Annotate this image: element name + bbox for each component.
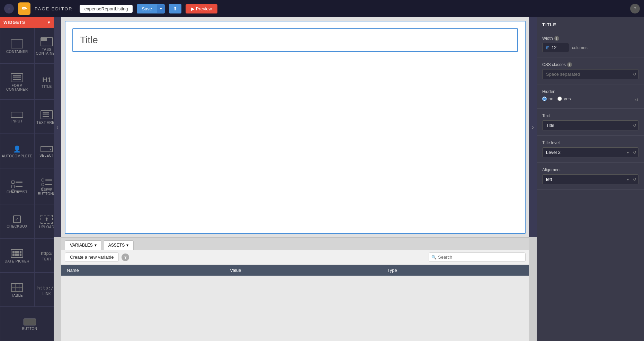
widget-text-label: TEXT: [42, 257, 52, 261]
tab-variables[interactable]: VARIABLES ▾: [65, 240, 102, 250]
text-icon: http://: [41, 251, 52, 256]
widget-text[interactable]: http:// TEXT: [34, 238, 54, 273]
widget-autocomplete[interactable]: 👤 AUTOCOMPLETE: [0, 134, 34, 168]
canvas-nav-left[interactable]: ‹: [54, 17, 61, 237]
widget-checklist-label: CHECKLIST: [7, 190, 28, 194]
widgets-header: WIDGETS ▾: [0, 17, 54, 28]
widget-select-label: SELECT: [39, 154, 54, 157]
canvas-inner: Title: [65, 21, 526, 234]
widget-radio-buttons[interactable]: RADIO BUTTONS: [34, 168, 54, 204]
prop-width-section: Width ℹ ⊞ columns: [537, 31, 644, 57]
hidden-radio-row: no yes: [542, 96, 571, 101]
widget-text-area[interactable]: TEXT AREA: [34, 100, 54, 134]
widget-textarea-label: TEXT AREA: [36, 121, 54, 125]
tab-assets-arrow: ▾: [126, 243, 128, 248]
button-icon: [24, 319, 36, 325]
col-type: Type: [382, 265, 529, 276]
title-level-select-row: Level 1 Level 2 Level 3 Level 4 Level 5 …: [542, 147, 638, 157]
widget-table-label: TABLE: [11, 294, 23, 297]
datepicker-icon: [11, 249, 23, 258]
widget-checkbox-label: CHECKBOX: [7, 224, 27, 228]
width-input[interactable]: [552, 45, 565, 50]
preview-button[interactable]: ▶ Preview: [186, 4, 217, 13]
prop-title-level-section: Title level Level 1 Level 2 Level 3 Leve…: [537, 136, 644, 163]
widget-table[interactable]: TABLE: [0, 273, 34, 307]
hidden-no-option[interactable]: no: [542, 96, 553, 101]
save-dropdown-button[interactable]: ▾: [157, 4, 165, 13]
widget-tabs-label: TABS CONTAINER: [36, 48, 54, 55]
widgets-grid: CONTAINER TABS CONTAINER FORM CONTAINER …: [0, 28, 54, 341]
canvas-wrapper: ‹ Title › VARIABLES ▾ ASSETS ▾ Create: [54, 17, 537, 341]
widget-input-label: INPUT: [11, 119, 23, 123]
container-icon: [11, 39, 23, 48]
upload-button[interactable]: ⬆: [169, 4, 181, 13]
tabs-container-icon: [41, 37, 53, 46]
bottom-panel: VARIABLES ▾ ASSETS ▾ Create a new variab…: [61, 237, 529, 341]
hidden-yes-option[interactable]: yes: [557, 96, 571, 101]
widget-title[interactable]: H1 TITLE: [34, 64, 54, 100]
input-icon: [11, 112, 23, 118]
css-classes-input[interactable]: [542, 69, 638, 79]
hidden-yes-radio[interactable]: [557, 96, 562, 101]
form-container-icon: [11, 73, 23, 82]
alignment-refresh-icon[interactable]: ↺: [633, 177, 636, 182]
css-refresh-icon[interactable]: ↺: [633, 72, 636, 77]
radio-icon: [41, 178, 53, 187]
title-widget[interactable]: Title: [72, 28, 518, 52]
alignment-select[interactable]: left center right: [542, 174, 638, 184]
tab-assets[interactable]: ASSETS ▾: [103, 240, 134, 250]
save-button[interactable]: Save: [137, 4, 157, 13]
widget-upload[interactable]: ⬆ UPLOAD: [34, 204, 54, 238]
widget-button-label: BUTTON: [22, 327, 37, 331]
widget-form-container[interactable]: FORM CONTAINER: [0, 64, 34, 100]
right-panel-title: TITLE: [537, 17, 644, 31]
widget-form-label: FORM CONTAINER: [2, 84, 33, 91]
prop-title-level-label: Title level: [542, 140, 638, 145]
width-info-icon[interactable]: ℹ: [554, 36, 559, 41]
widget-link[interactable]: http:// LINK: [34, 273, 54, 307]
search-wrapper: 🔍: [429, 252, 526, 262]
widget-title-label: TITLE: [42, 85, 52, 89]
title-level-select[interactable]: Level 1 Level 2 Level 3 Level 4 Level 5 …: [542, 147, 638, 157]
back-button[interactable]: ‹: [4, 4, 14, 13]
upload-icon: ⬆: [41, 215, 53, 224]
checkbox-icon: ✓: [13, 215, 21, 223]
text-input[interactable]: [542, 120, 638, 130]
checklist-icon: [11, 180, 23, 189]
widget-radio-label: RADIO BUTTONS: [36, 188, 54, 196]
tab-variables-label: VARIABLES: [70, 243, 93, 248]
right-panel: TITLE Width ℹ ⊞ columns CSS classes ℹ: [537, 17, 644, 341]
table-icon: [11, 283, 23, 292]
widget-input[interactable]: INPUT: [0, 100, 34, 134]
help-button[interactable]: ?: [630, 4, 640, 13]
widget-container-label: CONTAINER: [6, 50, 28, 54]
grid-icon: ⊞: [546, 45, 549, 50]
search-icon: 🔍: [431, 255, 437, 260]
width-input-box: ⊞: [542, 43, 569, 52]
widget-autocomplete-label: AUTOCOMPLETE: [2, 154, 33, 158]
widget-checklist[interactable]: CHECKLIST: [0, 168, 34, 204]
widget-select[interactable]: SELECT: [34, 134, 54, 168]
app-title: PAGE EDITOR: [35, 6, 73, 11]
widget-container[interactable]: CONTAINER: [0, 28, 34, 64]
text-input-row: ↺: [542, 120, 638, 130]
main-layout: WIDGETS ▾ CONTAINER TABS CONTAINER FORM …: [0, 17, 644, 341]
variables-help-icon[interactable]: ?: [122, 254, 129, 261]
text-refresh-icon[interactable]: ↺: [633, 123, 636, 128]
hidden-refresh-icon[interactable]: ↺: [635, 98, 638, 102]
widget-tabs-container[interactable]: TABS CONTAINER: [34, 28, 54, 64]
css-info-icon[interactable]: ℹ: [567, 62, 572, 67]
hidden-no-radio[interactable]: [542, 96, 547, 101]
create-variable-button[interactable]: Create a new variable: [65, 252, 119, 262]
widget-link-label: LINK: [43, 292, 51, 296]
widgets-collapse-icon[interactable]: ▾: [48, 20, 50, 25]
search-input[interactable]: [429, 252, 526, 262]
page-name-button[interactable]: expenseReportListing: [80, 5, 133, 13]
widget-date-picker[interactable]: DATE PICKER: [0, 238, 34, 273]
widget-upload-label: UPLOAD: [39, 225, 54, 229]
canvas-nav-right[interactable]: ›: [529, 17, 537, 237]
widget-button[interactable]: BUTTON: [0, 307, 54, 341]
widget-checkbox[interactable]: ✓ CHECKBOX: [0, 204, 34, 238]
css-input-row: ↺: [542, 69, 638, 79]
title-level-refresh-icon[interactable]: ↺: [633, 150, 636, 155]
